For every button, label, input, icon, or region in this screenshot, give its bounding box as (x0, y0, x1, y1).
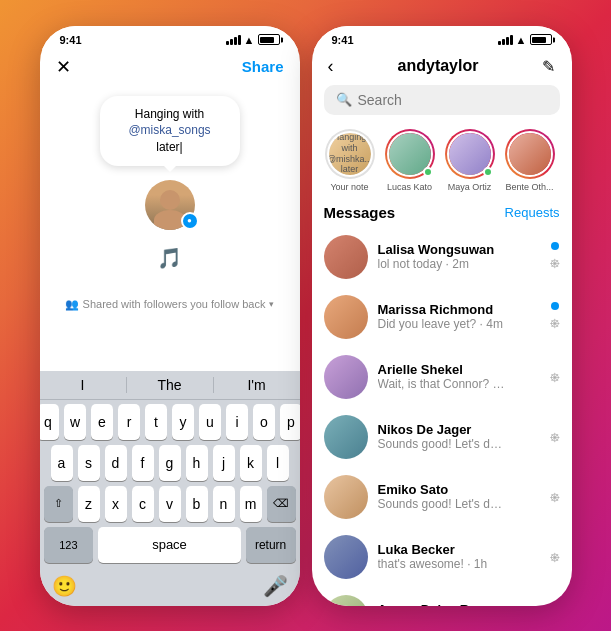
camera-badge[interactable]: ● (181, 212, 199, 230)
msg-info-marissa: Marissa Richmond Did you leave yet? · 4m (378, 302, 540, 331)
msg-preview-emiko: Sounds good! Let's do it · 45m (378, 497, 508, 511)
story-item-maya[interactable]: Maya Ortiz (444, 129, 496, 192)
key-o[interactable]: o (253, 404, 275, 440)
key-c[interactable]: c (132, 486, 154, 522)
key-e[interactable]: e (91, 404, 113, 440)
msg-name-luka: Luka Becker (378, 542, 540, 557)
msg-preview-nikos: Sounds good! Let's do it · 45m (378, 437, 508, 451)
key-k[interactable]: k (240, 445, 262, 481)
bubble-text-after: later (156, 140, 179, 154)
msg-info-emiko: Emiko Sato Sounds good! Let's do it · 45… (378, 482, 540, 511)
avatar-marissa (324, 295, 368, 339)
key-g[interactable]: g (159, 445, 181, 481)
people-icon: 👥 (65, 298, 79, 311)
shared-with-text: 👥 Shared with followers you follow back … (65, 290, 275, 319)
key-d[interactable]: d (105, 445, 127, 481)
word-suggestions[interactable]: I The I'm (40, 371, 300, 400)
list-item[interactable]: Nikos De Jager Sounds good! Let's do it … (312, 407, 572, 467)
key-v[interactable]: v (159, 486, 181, 522)
avatar-agnes (324, 595, 368, 606)
key-x[interactable]: x (105, 486, 127, 522)
cursor: | (180, 140, 183, 154)
key-z[interactable]: z (78, 486, 100, 522)
story-name-bente: Bente Oth... (505, 182, 553, 192)
list-item[interactable]: Emiko Sato Sounds good! Let's do it · 45… (312, 467, 572, 527)
key-q[interactable]: q (40, 404, 60, 440)
story-avatar-your-note: Hanging with @mishka... later (329, 133, 371, 175)
key-j[interactable]: j (213, 445, 235, 481)
list-item[interactable]: Lalisa Wongsuwan lol not today · 2m ⎈ (312, 227, 572, 287)
kb-row-4: 123 space return (44, 527, 296, 563)
msg-name-lalisa: Lalisa Wongsuwan (378, 242, 540, 257)
avatar-luka (324, 535, 368, 579)
story-bubble: Hanging with @miska_songs later| (100, 96, 240, 166)
kb-row-3: ⇧ z x c v b n m ⌫ (44, 486, 296, 522)
camera-icon-arielle[interactable]: ⎈ (550, 368, 560, 386)
msg-name-arielle: Arielle Shekel (378, 362, 540, 377)
status-icons-left: ▲ (226, 34, 280, 46)
key-delete[interactable]: ⌫ (267, 486, 296, 522)
key-l[interactable]: l (267, 445, 289, 481)
requests-button[interactable]: Requests (505, 205, 560, 220)
list-item[interactable]: Luka Becker that's awesome! · 1h ⎈ (312, 527, 572, 587)
close-icon[interactable]: ✕ (56, 56, 71, 78)
microphone-icon[interactable]: 🎤 (263, 574, 288, 598)
story-ring-your-note: Hanging with @mishka... later (325, 129, 375, 179)
edit-icon[interactable]: ✎ (542, 57, 555, 76)
key-w[interactable]: w (64, 404, 86, 440)
msg-name-marissa: Marissa Richmond (378, 302, 540, 317)
story-name-your-note: Your note (330, 182, 368, 192)
key-b[interactable]: b (186, 486, 208, 522)
kb-row-2: a s d f g h j k l (44, 445, 296, 481)
story-item-bente[interactable]: Bente Oth... (504, 129, 556, 192)
msg-info-lalisa: Lalisa Wongsuwan lol not today · 2m (378, 242, 540, 271)
key-f[interactable]: f (132, 445, 154, 481)
key-a[interactable]: a (51, 445, 73, 481)
search-input[interactable] (358, 92, 548, 108)
key-shift[interactable]: ⇧ (44, 486, 73, 522)
key-123[interactable]: 123 (44, 527, 94, 563)
camera-icon-emiko[interactable]: ⎈ (550, 488, 560, 506)
messages-top-bar: ‹ andytaylor ✎ (312, 50, 572, 85)
stories-row: Hanging with @mishka... later Your note … (312, 123, 572, 200)
back-button[interactable]: ‹ (328, 56, 334, 77)
key-m[interactable]: m (240, 486, 262, 522)
suggestion-im[interactable]: I'm (214, 377, 300, 393)
list-item[interactable]: Agnes Delos Reyes lmao · 4h ⎈ (312, 587, 572, 606)
list-item[interactable]: Arielle Shekel Wait, is that Connor? · 3… (312, 347, 572, 407)
messages-label: Messages (324, 204, 396, 221)
suggestion-i[interactable]: I (40, 377, 127, 393)
battery-icon (258, 34, 280, 45)
share-button[interactable]: Share (242, 58, 284, 75)
key-i[interactable]: i (226, 404, 248, 440)
key-y[interactable]: y (172, 404, 194, 440)
key-return[interactable]: return (246, 527, 296, 563)
story-name-maya: Maya Ortiz (448, 182, 492, 192)
key-r[interactable]: r (118, 404, 140, 440)
story-item-your-note[interactable]: Hanging with @mishka... later Your note (324, 129, 376, 192)
key-t[interactable]: t (145, 404, 167, 440)
emoji-icon[interactable]: 🙂 (52, 574, 77, 598)
camera-icon-lalisa[interactable]: ⎈ (550, 254, 560, 272)
key-n[interactable]: n (213, 486, 235, 522)
story-item-lucas[interactable]: Lucas Kato (384, 129, 436, 192)
msg-name-emiko: Emiko Sato (378, 482, 540, 497)
username-label: andytaylor (398, 57, 479, 75)
search-bar[interactable]: 🔍 (324, 85, 560, 115)
key-u[interactable]: u (199, 404, 221, 440)
key-s[interactable]: s (78, 445, 100, 481)
key-p[interactable]: p (280, 404, 300, 440)
camera-icon-luka[interactable]: ⎈ (550, 548, 560, 566)
story-ring-maya (445, 129, 495, 179)
key-h[interactable]: h (186, 445, 208, 481)
msg-right-lalisa: ⎈ (550, 242, 560, 272)
camera-icon-marissa[interactable]: ⎈ (550, 314, 560, 332)
list-item[interactable]: Marissa Richmond Did you leave yet? · 4m… (312, 287, 572, 347)
msg-preview-marissa: Did you leave yet? · 4m (378, 317, 508, 331)
message-list: Lalisa Wongsuwan lol not today · 2m ⎈ Ma… (312, 227, 572, 606)
key-space[interactable]: space (98, 527, 240, 563)
camera-icon-nikos[interactable]: ⎈ (550, 428, 560, 446)
suggestion-the[interactable]: The (127, 377, 214, 393)
left-phone: 9:41 ▲ ✕ Share Hanging with @miska_songs… (40, 26, 300, 606)
bubble-text-before: Hanging with (135, 107, 204, 121)
